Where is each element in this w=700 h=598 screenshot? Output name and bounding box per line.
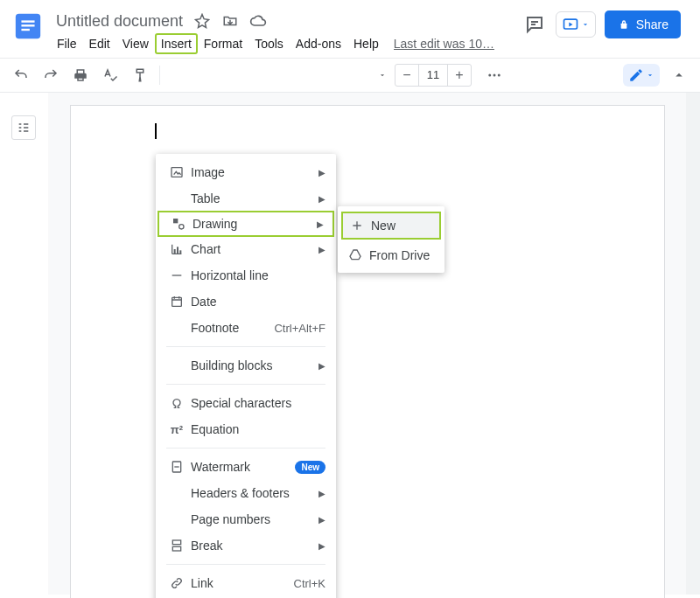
drawing-new[interactable]: New [341, 212, 441, 240]
insert-break[interactable]: Break▶ [156, 532, 336, 559]
editing-mode-button[interactable] [623, 64, 660, 87]
svg-point-7 [488, 74, 491, 77]
more-icon[interactable] [482, 63, 507, 87]
menu-tools[interactable]: Tools [248, 33, 290, 54]
print-icon[interactable] [68, 63, 93, 87]
svg-rect-13 [174, 249, 176, 254]
insert-headers-footers[interactable]: Headers & footers▶ [156, 480, 336, 506]
share-label: Share [636, 17, 668, 31]
menu-help[interactable]: Help [347, 33, 385, 54]
insert-page-numbers[interactable]: Page numbers▶ [156, 506, 336, 532]
last-edit-link[interactable]: Last edit was 10… [394, 37, 494, 51]
insert-link[interactable]: LinkCtrl+K [156, 570, 336, 596]
cloud-status-icon[interactable] [246, 9, 270, 33]
comment-history-icon[interactable] [522, 12, 547, 37]
svg-rect-1 [21, 20, 34, 22]
svg-rect-11 [173, 219, 178, 223]
paint-format-icon[interactable] [128, 63, 152, 87]
menu-edit[interactable]: Edit [83, 33, 116, 54]
dropdown-caret-icon[interactable] [378, 71, 387, 80]
font-size-value[interactable]: 11 [418, 65, 448, 86]
docs-logo[interactable] [10, 9, 46, 44]
undo-icon[interactable] [9, 63, 33, 87]
separator [159, 66, 160, 85]
insert-image[interactable]: Image▶ [156, 159, 336, 185]
svg-rect-19 [172, 546, 180, 551]
move-icon[interactable] [218, 9, 242, 33]
menu-addons[interactable]: Add-ons [290, 33, 347, 54]
scrollbar[interactable] [686, 93, 700, 595]
insert-date[interactable]: Date [156, 289, 336, 315]
svg-point-12 [179, 225, 184, 229]
svg-rect-6 [622, 21, 625, 24]
insert-building-blocks[interactable]: Building blocks▶ [156, 352, 336, 379]
insert-horizontal-line[interactable]: Horizontal line [156, 262, 336, 289]
svg-rect-2 [21, 24, 34, 26]
menubar: File Edit View Insert Format Tools Add-o… [49, 33, 522, 58]
menu-insert[interactable]: Insert [155, 33, 198, 54]
document-title[interactable]: Untitled document [52, 10, 186, 32]
redo-icon[interactable] [38, 63, 63, 87]
drawing-from-drive[interactable]: From Drive [338, 241, 444, 269]
svg-rect-14 [177, 247, 178, 254]
menu-format[interactable]: Format [198, 33, 248, 54]
svg-point-9 [498, 74, 500, 77]
drive-icon [348, 248, 362, 262]
new-badge: New [295, 461, 326, 474]
font-size-decrease[interactable]: − [396, 65, 418, 86]
menu-file[interactable]: File [51, 33, 83, 54]
font-size-control: − 11 + [395, 64, 472, 87]
insert-drawing[interactable]: Drawing▶ [158, 211, 334, 237]
spellcheck-icon[interactable] [98, 63, 122, 87]
insert-equation[interactable]: π²Equation [156, 416, 336, 442]
svg-rect-18 [172, 540, 180, 545]
share-button[interactable]: Share [605, 10, 681, 38]
svg-rect-16 [172, 297, 182, 306]
insert-watermark[interactable]: WatermarkNew [156, 454, 336, 480]
drawing-submenu: New From Drive [338, 206, 444, 273]
plus-icon [350, 219, 364, 233]
text-cursor [155, 123, 157, 139]
toolbar: − 11 + [0, 58, 700, 93]
insert-menu: Image▶ Table▶ Drawing▶ Chart▶ Horizontal… [156, 154, 336, 598]
svg-point-8 [494, 74, 496, 77]
insert-footnote[interactable]: FootnoteCtrl+Alt+F [156, 315, 336, 341]
insert-table[interactable]: Table▶ [156, 185, 336, 212]
present-button[interactable] [556, 11, 596, 38]
star-icon[interactable] [190, 9, 214, 33]
menu-view[interactable]: View [116, 33, 155, 54]
outline-toggle-icon[interactable] [11, 115, 36, 140]
insert-chart[interactable]: Chart▶ [156, 236, 336, 262]
svg-rect-15 [179, 250, 181, 254]
insert-special-characters[interactable]: Special characters [156, 390, 336, 416]
font-size-increase[interactable]: + [448, 65, 471, 86]
svg-rect-3 [21, 29, 29, 31]
collapse-icon[interactable] [667, 63, 691, 87]
